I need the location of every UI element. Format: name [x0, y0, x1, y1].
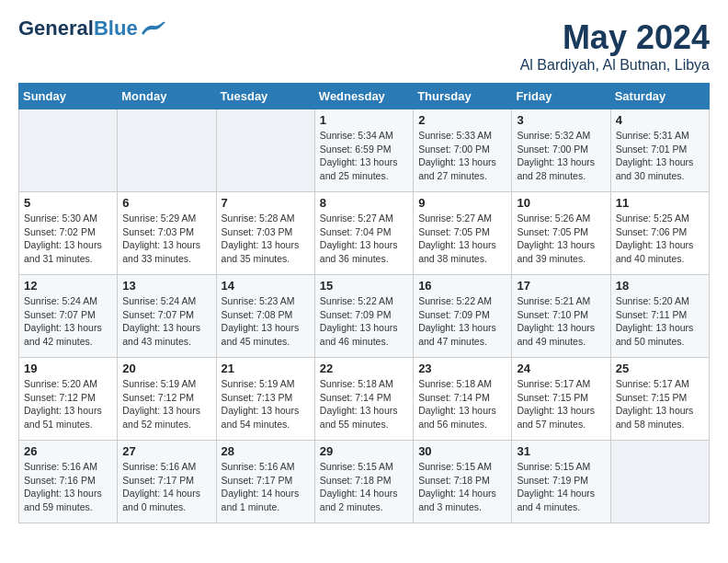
day-number: 5: [24, 196, 112, 210]
cell-content: Sunrise: 5:21 AM Sunset: 7:10 PM Dayligh…: [517, 294, 605, 349]
logo-bird-icon: [140, 20, 167, 37]
column-header-tuesday: Tuesday: [216, 84, 314, 109]
day-number: 8: [320, 196, 408, 210]
calendar-cell: 17Sunrise: 5:21 AM Sunset: 7:10 PM Dayli…: [512, 275, 610, 358]
calendar-cell: 10Sunrise: 5:26 AM Sunset: 7:05 PM Dayli…: [512, 192, 610, 275]
day-number: 18: [616, 279, 704, 293]
column-header-sunday: Sunday: [19, 84, 118, 109]
day-number: 20: [122, 362, 210, 375]
cell-content: Sunrise: 5:24 AM Sunset: 7:07 PM Dayligh…: [24, 294, 112, 349]
cell-content: Sunrise: 5:22 AM Sunset: 7:09 PM Dayligh…: [320, 294, 408, 349]
logo-blue: Blue: [94, 17, 138, 40]
calendar-cell: 19Sunrise: 5:20 AM Sunset: 7:12 PM Dayli…: [19, 358, 118, 441]
cell-content: Sunrise: 5:26 AM Sunset: 7:05 PM Dayligh…: [517, 212, 605, 266]
day-number: 15: [320, 279, 408, 293]
calendar-cell: [216, 109, 314, 192]
cell-content: Sunrise: 5:19 AM Sunset: 7:13 PM Dayligh…: [222, 377, 310, 431]
day-number: 17: [517, 279, 605, 293]
day-number: 25: [616, 362, 704, 375]
day-number: 7: [222, 196, 310, 210]
day-number: 4: [616, 113, 704, 127]
day-number: 11: [616, 196, 704, 210]
calendar-week-row: 26Sunrise: 5:16 AM Sunset: 7:16 PM Dayli…: [19, 441, 710, 523]
day-number: 24: [517, 362, 605, 375]
day-number: 14: [222, 279, 310, 293]
calendar-cell: 3Sunrise: 5:32 AM Sunset: 7:00 PM Daylig…: [512, 109, 610, 192]
calendar-week-row: 5Sunrise: 5:30 AM Sunset: 7:02 PM Daylig…: [19, 192, 710, 275]
calendar-cell: 16Sunrise: 5:22 AM Sunset: 7:09 PM Dayli…: [414, 275, 512, 358]
calendar-cell: 12Sunrise: 5:24 AM Sunset: 7:07 PM Dayli…: [19, 275, 118, 358]
calendar-cell: 7Sunrise: 5:28 AM Sunset: 7:03 PM Daylig…: [216, 192, 314, 275]
calendar-cell: 9Sunrise: 5:27 AM Sunset: 7:05 PM Daylig…: [414, 192, 512, 275]
cell-content: Sunrise: 5:30 AM Sunset: 7:02 PM Dayligh…: [24, 212, 112, 266]
calendar-cell: 30Sunrise: 5:15 AM Sunset: 7:18 PM Dayli…: [414, 441, 512, 523]
cell-content: Sunrise: 5:17 AM Sunset: 7:15 PM Dayligh…: [517, 377, 605, 431]
calendar-cell: 23Sunrise: 5:18 AM Sunset: 7:14 PM Dayli…: [414, 358, 512, 441]
cell-content: Sunrise: 5:34 AM Sunset: 6:59 PM Dayligh…: [320, 129, 408, 183]
calendar-week-row: 19Sunrise: 5:20 AM Sunset: 7:12 PM Dayli…: [19, 358, 710, 441]
day-number: 9: [418, 196, 506, 210]
calendar-cell: 1Sunrise: 5:34 AM Sunset: 6:59 PM Daylig…: [314, 109, 413, 192]
cell-content: Sunrise: 5:27 AM Sunset: 7:05 PM Dayligh…: [418, 212, 506, 266]
logo: GeneralBlue: [18, 18, 167, 39]
calendar-cell: 14Sunrise: 5:23 AM Sunset: 7:08 PM Dayli…: [216, 275, 314, 358]
logo-general: General: [18, 17, 94, 40]
day-number: 21: [222, 362, 310, 375]
cell-content: Sunrise: 5:17 AM Sunset: 7:15 PM Dayligh…: [616, 377, 704, 431]
cell-content: Sunrise: 5:16 AM Sunset: 7:16 PM Dayligh…: [24, 460, 112, 514]
calendar-header-row: SundayMondayTuesdayWednesdayThursdayFrid…: [19, 84, 710, 109]
calendar-cell: 8Sunrise: 5:27 AM Sunset: 7:04 PM Daylig…: [314, 192, 413, 275]
title-block: May 2024 Al Bardiyah, Al Butnan, Libya: [520, 18, 710, 74]
day-number: 16: [418, 279, 506, 293]
cell-content: Sunrise: 5:27 AM Sunset: 7:04 PM Dayligh…: [320, 212, 408, 266]
column-header-friday: Friday: [512, 84, 610, 109]
day-number: 26: [24, 444, 112, 458]
cell-content: Sunrise: 5:15 AM Sunset: 7:18 PM Dayligh…: [320, 460, 408, 514]
cell-content: Sunrise: 5:20 AM Sunset: 7:11 PM Dayligh…: [616, 294, 704, 349]
calendar-week-row: 12Sunrise: 5:24 AM Sunset: 7:07 PM Dayli…: [19, 275, 710, 358]
calendar-cell: 13Sunrise: 5:24 AM Sunset: 7:07 PM Dayli…: [118, 275, 216, 358]
calendar-cell: 24Sunrise: 5:17 AM Sunset: 7:15 PM Dayli…: [512, 358, 610, 441]
calendar-cell: 15Sunrise: 5:22 AM Sunset: 7:09 PM Dayli…: [314, 275, 413, 358]
column-header-wednesday: Wednesday: [314, 84, 413, 109]
calendar-week-row: 1Sunrise: 5:34 AM Sunset: 6:59 PM Daylig…: [19, 109, 710, 192]
cell-content: Sunrise: 5:20 AM Sunset: 7:12 PM Dayligh…: [24, 377, 112, 431]
calendar-cell: 21Sunrise: 5:19 AM Sunset: 7:13 PM Dayli…: [216, 358, 314, 441]
cell-content: Sunrise: 5:33 AM Sunset: 7:00 PM Dayligh…: [418, 129, 506, 183]
day-number: 30: [418, 444, 506, 458]
day-number: 13: [122, 279, 210, 293]
calendar-cell: 20Sunrise: 5:19 AM Sunset: 7:12 PM Dayli…: [118, 358, 216, 441]
calendar-cell: 25Sunrise: 5:17 AM Sunset: 7:15 PM Dayli…: [610, 358, 709, 441]
day-number: 2: [418, 113, 506, 127]
calendar-cell: 2Sunrise: 5:33 AM Sunset: 7:00 PM Daylig…: [414, 109, 512, 192]
cell-content: Sunrise: 5:23 AM Sunset: 7:08 PM Dayligh…: [222, 294, 310, 349]
day-number: 27: [122, 444, 210, 458]
cell-content: Sunrise: 5:28 AM Sunset: 7:03 PM Dayligh…: [222, 212, 310, 266]
day-number: 19: [24, 362, 112, 375]
day-number: 31: [517, 444, 605, 458]
cell-content: Sunrise: 5:16 AM Sunset: 7:17 PM Dayligh…: [222, 460, 310, 514]
calendar-cell: 11Sunrise: 5:25 AM Sunset: 7:06 PM Dayli…: [610, 192, 709, 275]
calendar-cell: 31Sunrise: 5:15 AM Sunset: 7:19 PM Dayli…: [512, 441, 610, 523]
day-number: 3: [517, 113, 605, 127]
cell-content: Sunrise: 5:32 AM Sunset: 7:00 PM Dayligh…: [517, 129, 605, 183]
calendar-cell: [118, 109, 216, 192]
cell-content: Sunrise: 5:16 AM Sunset: 7:17 PM Dayligh…: [122, 460, 210, 514]
cell-content: Sunrise: 5:31 AM Sunset: 7:01 PM Dayligh…: [616, 129, 704, 183]
cell-content: Sunrise: 5:29 AM Sunset: 7:03 PM Dayligh…: [122, 212, 210, 266]
cell-content: Sunrise: 5:25 AM Sunset: 7:06 PM Dayligh…: [616, 212, 704, 266]
cell-content: Sunrise: 5:22 AM Sunset: 7:09 PM Dayligh…: [418, 294, 506, 349]
calendar-cell: 5Sunrise: 5:30 AM Sunset: 7:02 PM Daylig…: [19, 192, 118, 275]
cell-content: Sunrise: 5:18 AM Sunset: 7:14 PM Dayligh…: [418, 377, 506, 431]
cell-content: Sunrise: 5:19 AM Sunset: 7:12 PM Dayligh…: [122, 377, 210, 431]
cell-content: Sunrise: 5:15 AM Sunset: 7:19 PM Dayligh…: [517, 460, 605, 514]
location-title: Al Bardiyah, Al Butnan, Libya: [520, 57, 710, 74]
day-number: 22: [320, 362, 408, 375]
calendar-cell: 27Sunrise: 5:16 AM Sunset: 7:17 PM Dayli…: [118, 441, 216, 523]
calendar-table: SundayMondayTuesdayWednesdayThursdayFrid…: [18, 83, 710, 523]
cell-content: Sunrise: 5:24 AM Sunset: 7:07 PM Dayligh…: [122, 294, 210, 349]
calendar-cell: 29Sunrise: 5:15 AM Sunset: 7:18 PM Dayli…: [314, 441, 413, 523]
column-header-saturday: Saturday: [610, 84, 709, 109]
calendar-cell: 22Sunrise: 5:18 AM Sunset: 7:14 PM Dayli…: [314, 358, 413, 441]
calendar-cell: [610, 441, 709, 523]
